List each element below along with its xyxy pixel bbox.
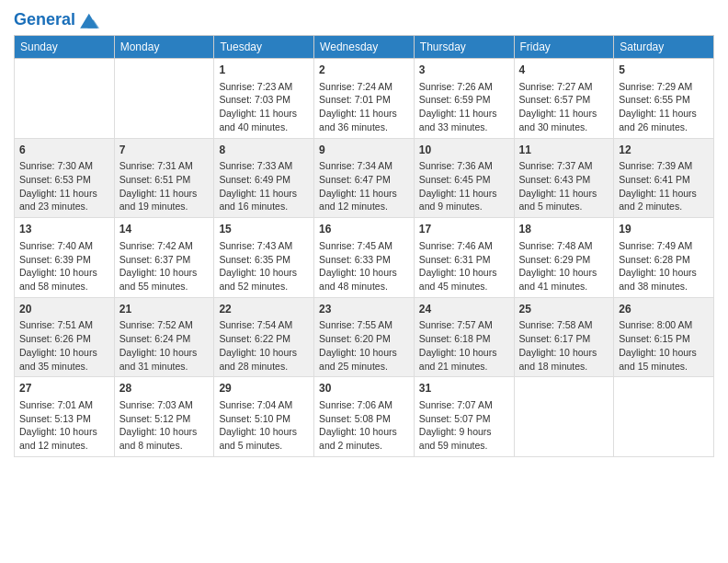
calendar-cell: 31Sunrise: 7:07 AMSunset: 5:07 PMDayligh…: [414, 377, 514, 457]
daylight-text: Daylight: 11 hours and 23 minutes.: [19, 187, 109, 213]
sunrise-text: Sunrise: 7:54 AM: [219, 318, 309, 332]
sunrise-text: Sunrise: 7:27 AM: [519, 80, 609, 94]
calendar-header-sunday: Sunday: [15, 36, 115, 59]
sunrise-text: Sunrise: 7:30 AM: [19, 159, 109, 173]
calendar-cell: 15Sunrise: 7:43 AMSunset: 6:35 PMDayligh…: [214, 218, 314, 298]
sunrise-text: Sunrise: 7:34 AM: [319, 159, 409, 173]
daylight-text: Daylight: 11 hours and 36 minutes.: [319, 107, 409, 133]
day-number: 27: [19, 381, 109, 396]
calendar-cell: 23Sunrise: 7:55 AMSunset: 6:20 PMDayligh…: [314, 297, 415, 377]
calendar-cell: 12Sunrise: 7:39 AMSunset: 6:41 PMDayligh…: [614, 138, 714, 218]
sunset-text: Sunset: 6:55 PM: [619, 93, 709, 107]
calendar-week-3: 13Sunrise: 7:40 AMSunset: 6:39 PMDayligh…: [15, 218, 714, 298]
sunset-text: Sunset: 7:01 PM: [319, 93, 409, 107]
sunset-text: Sunset: 6:35 PM: [219, 253, 309, 267]
sunset-text: Sunset: 6:37 PM: [119, 253, 210, 267]
sunset-text: Sunset: 6:31 PM: [419, 253, 509, 267]
sunset-text: Sunset: 5:10 PM: [219, 412, 309, 426]
calendar-cell: 20Sunrise: 7:51 AMSunset: 6:26 PMDayligh…: [15, 297, 115, 377]
daylight-text: Daylight: 11 hours and 16 minutes.: [219, 187, 309, 213]
day-number: 4: [519, 63, 609, 78]
day-number: 9: [319, 143, 409, 158]
calendar-week-1: 1Sunrise: 7:23 AMSunset: 7:03 PMDaylight…: [15, 59, 714, 139]
sunset-text: Sunset: 5:08 PM: [319, 412, 409, 426]
day-number: 23: [319, 302, 409, 317]
sunrise-text: Sunrise: 7:33 AM: [219, 159, 309, 173]
day-number: 29: [219, 381, 309, 396]
sunrise-text: Sunrise: 7:57 AM: [419, 318, 509, 332]
day-number: 21: [119, 302, 210, 317]
calendar-cell: [614, 377, 714, 457]
sunset-text: Sunset: 6:17 PM: [519, 332, 609, 346]
sunrise-text: Sunrise: 7:03 AM: [119, 398, 210, 412]
calendar-week-5: 27Sunrise: 7:01 AMSunset: 5:13 PMDayligh…: [15, 377, 714, 457]
calendar-cell: [15, 59, 115, 139]
calendar-cell: 3Sunrise: 7:26 AMSunset: 6:59 PMDaylight…: [414, 59, 514, 139]
calendar-cell: 29Sunrise: 7:04 AMSunset: 5:10 PMDayligh…: [214, 377, 314, 457]
sunset-text: Sunset: 6:57 PM: [519, 93, 609, 107]
sunset-text: Sunset: 6:51 PM: [119, 173, 210, 187]
day-number: 22: [219, 302, 309, 317]
day-number: 19: [619, 222, 709, 237]
sunrise-text: Sunrise: 7:45 AM: [319, 239, 409, 253]
daylight-text: Daylight: 11 hours and 2 minutes.: [619, 187, 709, 213]
sunset-text: Sunset: 6:41 PM: [619, 173, 709, 187]
day-number: 10: [419, 143, 509, 158]
sunrise-text: Sunrise: 7:29 AM: [619, 80, 709, 94]
sunrise-text: Sunrise: 7:04 AM: [219, 398, 309, 412]
calendar-cell: 30Sunrise: 7:06 AMSunset: 5:08 PMDayligh…: [314, 377, 415, 457]
daylight-text: Daylight: 10 hours and 2 minutes.: [319, 425, 409, 452]
sunrise-text: Sunrise: 7:36 AM: [419, 159, 509, 173]
sunset-text: Sunset: 5:07 PM: [419, 412, 509, 426]
calendar-cell: 27Sunrise: 7:01 AMSunset: 5:13 PMDayligh…: [15, 377, 115, 457]
daylight-text: Daylight: 11 hours and 19 minutes.: [119, 187, 210, 213]
sunset-text: Sunset: 5:13 PM: [19, 412, 109, 426]
calendar-cell: 14Sunrise: 7:42 AMSunset: 6:37 PMDayligh…: [114, 218, 214, 298]
day-number: 16: [319, 222, 409, 237]
daylight-text: Daylight: 10 hours and 21 minutes.: [419, 346, 509, 373]
daylight-text: Daylight: 11 hours and 30 minutes.: [519, 107, 609, 133]
daylight-text: Daylight: 10 hours and 5 minutes.: [219, 425, 309, 452]
calendar-cell: 24Sunrise: 7:57 AMSunset: 6:18 PMDayligh…: [414, 297, 514, 377]
daylight-text: Daylight: 10 hours and 25 minutes.: [319, 346, 409, 373]
calendar-cell: 19Sunrise: 7:49 AMSunset: 6:28 PMDayligh…: [614, 218, 714, 298]
day-number: 20: [19, 302, 109, 317]
day-number: 25: [519, 302, 609, 317]
sunset-text: Sunset: 6:26 PM: [19, 332, 109, 346]
calendar-cell: 13Sunrise: 7:40 AMSunset: 6:39 PMDayligh…: [15, 218, 115, 298]
sunrise-text: Sunrise: 7:42 AM: [119, 239, 210, 253]
day-number: 6: [19, 143, 109, 158]
calendar-cell: 7Sunrise: 7:31 AMSunset: 6:51 PMDaylight…: [114, 138, 214, 218]
sunrise-text: Sunrise: 7:51 AM: [19, 318, 109, 332]
daylight-text: Daylight: 10 hours and 31 minutes.: [119, 346, 210, 373]
sunrise-text: Sunrise: 7:43 AM: [219, 239, 309, 253]
sunrise-text: Sunrise: 8:00 AM: [619, 318, 709, 332]
daylight-text: Daylight: 11 hours and 40 minutes.: [219, 107, 309, 133]
day-number: 18: [519, 222, 609, 237]
sunset-text: Sunset: 6:29 PM: [519, 253, 609, 267]
calendar-cell: 1Sunrise: 7:23 AMSunset: 7:03 PMDaylight…: [214, 59, 314, 139]
sunrise-text: Sunrise: 7:46 AM: [419, 239, 509, 253]
day-number: 15: [219, 222, 309, 237]
day-number: 13: [19, 222, 109, 237]
sunrise-text: Sunrise: 7:52 AM: [119, 318, 210, 332]
day-number: 26: [619, 302, 709, 317]
header: General: [14, 9, 714, 28]
day-number: 3: [419, 63, 509, 78]
calendar-table: SundayMondayTuesdayWednesdayThursdayFrid…: [14, 35, 714, 457]
calendar-header-wednesday: Wednesday: [314, 36, 415, 59]
sunrise-text: Sunrise: 7:06 AM: [319, 398, 409, 412]
calendar-header-tuesday: Tuesday: [214, 36, 314, 59]
daylight-text: Daylight: 10 hours and 38 minutes.: [619, 266, 709, 293]
sunrise-text: Sunrise: 7:49 AM: [619, 239, 709, 253]
daylight-text: Daylight: 11 hours and 33 minutes.: [419, 107, 509, 133]
sunset-text: Sunset: 6:33 PM: [319, 253, 409, 267]
day-number: 5: [619, 63, 709, 78]
daylight-text: Daylight: 10 hours and 52 minutes.: [219, 266, 309, 293]
sunset-text: Sunset: 6:43 PM: [519, 173, 609, 187]
calendar-cell: 10Sunrise: 7:36 AMSunset: 6:45 PMDayligh…: [414, 138, 514, 218]
calendar-cell: 18Sunrise: 7:48 AMSunset: 6:29 PMDayligh…: [514, 218, 614, 298]
calendar-cell: 21Sunrise: 7:52 AMSunset: 6:24 PMDayligh…: [114, 297, 214, 377]
daylight-text: Daylight: 9 hours and 59 minutes.: [419, 425, 509, 452]
sunrise-text: Sunrise: 7:40 AM: [19, 239, 109, 253]
